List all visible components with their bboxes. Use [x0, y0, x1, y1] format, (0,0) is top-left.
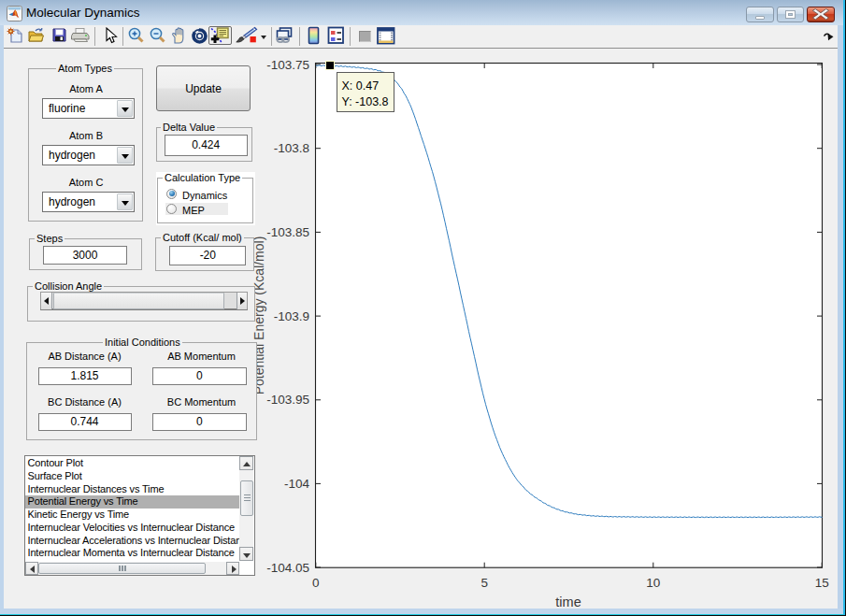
- svg-text:-104.05: -104.05: [266, 561, 309, 575]
- svg-text:-103.9: -103.9: [274, 309, 309, 323]
- svg-text:10: 10: [646, 576, 660, 590]
- svg-text:-103.8: -103.8: [274, 141, 309, 155]
- svg-text:0: 0: [312, 576, 320, 590]
- svg-text:15: 15: [815, 576, 829, 590]
- svg-text:time: time: [555, 595, 581, 609]
- svg-text:-103.75: -103.75: [266, 58, 309, 72]
- svg-text:5: 5: [480, 576, 488, 590]
- svg-text:-103.85: -103.85: [266, 225, 309, 239]
- svg-text:Y: -103.8: Y: -103.8: [342, 95, 389, 108]
- svg-text:-103.95: -103.95: [266, 393, 309, 407]
- svg-text:X: 0.47: X: 0.47: [342, 79, 380, 93]
- svg-text:-104: -104: [284, 477, 310, 491]
